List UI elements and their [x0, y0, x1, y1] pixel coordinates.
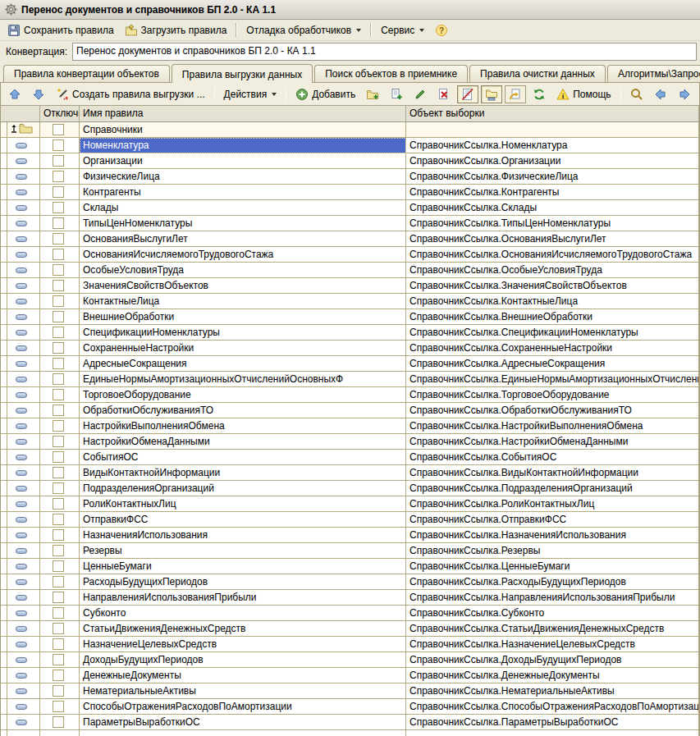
disable-checkbox[interactable] [53, 436, 64, 447]
rule-name-cell[interactable]: ПараметрыВыработкиОС [80, 715, 406, 730]
disable-checkbox[interactable] [53, 405, 64, 416]
rule-object-cell[interactable]: СправочникСсылка.НазначенияИспользования [406, 528, 699, 543]
rule-object-cell[interactable]: СправочникСсылка.ПодразделенияОрганизаци… [406, 481, 699, 496]
rule-name-cell[interactable]: НастройкиВыполненияОбмена [80, 418, 406, 434]
rule-object-cell[interactable]: СправочникСсылка.КонтактныеЛица [406, 294, 699, 309]
disable-checkbox[interactable] [53, 685, 64, 697]
rule-object-cell[interactable]: СправочникСсылка.СпособыОтраженияРасходо… [406, 699, 699, 715]
rule-object-cell[interactable]: СправочникСсылка.Организации [406, 153, 699, 169]
add-button[interactable]: Добавить [291, 85, 359, 103]
disable-checkbox[interactable] [53, 249, 64, 260]
rule-name-cell[interactable]: КонтактныеЛица [80, 294, 406, 309]
rule-object-cell[interactable]: СправочникСсылка.ВнешниеОбработки [406, 309, 699, 325]
tab-2[interactable]: Правила выгрузки данных [172, 64, 313, 83]
refresh-button[interactable] [528, 85, 550, 103]
save-rules-button[interactable]: Сохранить правила [3, 21, 118, 39]
rule-object-cell[interactable]: СправочникСсылка.ПараметрыВыработкиОС [406, 715, 699, 730]
disable-checkbox[interactable] [53, 654, 64, 665]
rule-name-cell[interactable]: НаправленияИспользованияПрибыли [80, 590, 406, 606]
disable-checkbox[interactable] [53, 358, 64, 369]
disable-checkbox[interactable] [53, 202, 64, 213]
copy-button[interactable] [386, 85, 407, 103]
rule-object-cell[interactable]: СправочникСсылка.АдресныеСокращения [406, 356, 699, 372]
rule-name-cell[interactable]: ЗначенияСвойствОбъектов [80, 278, 406, 294]
rule-name-cell[interactable]: ОснованияИсчисляемогоТрудовогоСтажа [80, 247, 406, 263]
rule-name-cell[interactable]: ДоходыБудущихПериодов [80, 652, 406, 668]
disable-checkbox[interactable] [53, 139, 64, 151]
rule-name-cell[interactable]: ОтправкиФСС [80, 512, 406, 528]
rule-name-cell[interactable]: ТипыЦенНоменклатуры [80, 216, 406, 231]
rule-object-cell[interactable]: СправочникСсылка.ОснованияИсчисляемогоТр… [406, 247, 699, 263]
rule-object-cell[interactable]: СправочникСсылка.ТорговоеОборудование [406, 387, 699, 403]
disable-checkbox[interactable] [53, 171, 64, 182]
disable-checkbox[interactable] [53, 311, 64, 322]
move-up-button[interactable] [4, 85, 25, 103]
disable-checkbox[interactable] [53, 498, 64, 510]
rule-name-cell[interactable]: ВнешниеОбработки [80, 309, 406, 325]
rule-object-cell[interactable]: СправочникСсылка.Субконто [406, 606, 699, 621]
search-button[interactable] [626, 85, 647, 103]
header-cell-disable[interactable]: Отключи... [40, 106, 80, 122]
rule-name-cell[interactable] [80, 730, 406, 736]
rule-object-cell[interactable]: СправочникСсылка.НастройкиВыполненияОбме… [406, 418, 699, 434]
disable-checkbox[interactable] [53, 529, 64, 541]
service-menu-button[interactable]: Сервис [377, 22, 428, 39]
debug-handlers-button[interactable]: Отладка обработчиков [242, 22, 365, 39]
rule-object-cell[interactable]: СправочникСсылка.Резервы [406, 543, 699, 559]
rule-object-cell[interactable]: СправочникСсылка.НаправленияИспользовани… [406, 590, 699, 606]
edit-button[interactable] [409, 85, 431, 103]
rule-object-cell[interactable]: СправочникСсылка.РасходыБудущихПериодов [406, 574, 699, 590]
rule-name-cell[interactable]: НазначениеЦелевыхСредств [80, 637, 406, 652]
rule-name-cell[interactable]: Субконто [80, 606, 406, 621]
rule-object-cell[interactable]: СправочникСсылка.ДоходыБудущихПериодов [406, 652, 699, 668]
rule-name-cell[interactable]: ВидыКонтактнойИнформации [80, 465, 406, 481]
rule-object-cell[interactable]: СправочникСсылка.ЗначенияСвойствОбъектов [406, 278, 699, 294]
rule-object-cell[interactable]: СправочникСсылка.Номенклатура [406, 138, 699, 153]
rule-name-cell[interactable]: ОсобыеУсловияТруда [80, 263, 406, 278]
rule-name-cell[interactable]: ОснованияВыслугиЛет [80, 231, 406, 247]
rule-name-cell[interactable]: ДенежныеДокументы [80, 668, 406, 683]
disable-checkbox[interactable] [53, 217, 64, 229]
move-down-button[interactable] [28, 85, 49, 103]
rule-object-cell[interactable]: СправочникСсылка.СпецификацииНоменклатур… [406, 325, 699, 341]
rule-object-cell[interactable]: СправочникСсылка.ТипыЦенНоменклатуры [406, 216, 699, 231]
rule-name-cell[interactable]: РолиКонтактныхЛиц [80, 496, 406, 512]
rule-name-cell[interactable]: СпецификацииНоменклатуры [80, 325, 406, 341]
disable-checkbox[interactable] [53, 670, 64, 681]
rule-name-cell[interactable]: Резервы [80, 543, 406, 559]
rule-name-cell[interactable]: НастройкиОбменаДанными [80, 434, 406, 450]
rule-object-cell[interactable]: СправочникСсылка.ОбработкиОбслуживанияТО [406, 403, 699, 418]
tab-5[interactable]: Алгоритмы\Запросы [607, 65, 700, 82]
disable-checkbox[interactable] [53, 233, 64, 245]
rule-name-cell[interactable]: Номенклатура [80, 138, 406, 153]
disable-checkbox[interactable] [53, 592, 64, 603]
rule-name-cell[interactable]: СпособыОтраженияРасходовПоАмортизации [80, 699, 406, 715]
rule-name-cell[interactable]: НематериальныеАктивы [80, 683, 406, 699]
show-groups-button[interactable] [481, 85, 502, 103]
load-rules-button[interactable]: Загрузить правила [121, 21, 231, 39]
rule-object-cell[interactable]: СправочникСсылка.Склады [406, 200, 699, 216]
disable-checkbox[interactable] [53, 482, 64, 494]
disable-checkbox[interactable] [53, 295, 64, 307]
tab-3[interactable]: Поиск объектов в приемнике [314, 65, 468, 82]
tab-1[interactable]: Правила конвертации объектов [3, 65, 170, 82]
disable-checkbox[interactable] [53, 514, 64, 525]
rule-name-cell[interactable]: РасходыБудущихПериодов [80, 574, 406, 590]
next-button[interactable] [674, 85, 695, 103]
rule-object-cell[interactable]: СправочникСсылка.ФизическиеЛица [406, 169, 699, 185]
disable-checkbox[interactable] [53, 638, 64, 650]
rule-object-cell[interactable]: СправочникСсылка.Контрагенты [406, 185, 699, 200]
rule-name-cell[interactable]: ОбработкиОбслуживанияТО [80, 403, 406, 418]
prev-button[interactable] [650, 85, 671, 103]
rule-name-cell[interactable]: АдресныеСокращения [80, 356, 406, 372]
rule-object-cell[interactable]: СправочникСсылка.ОснованияВыслугиЛет [406, 231, 699, 247]
rule-object-cell[interactable] [406, 122, 699, 138]
create-export-rules-button[interactable]: Создать правила выгрузки ... [52, 85, 209, 103]
rule-object-cell[interactable] [406, 730, 699, 736]
rule-name-cell[interactable]: ЕдиныеНормыАмортизационныхОтчисленийОсно… [80, 372, 406, 387]
rule-name-cell[interactable]: СобытияОС [80, 450, 406, 465]
rule-name-cell[interactable]: ТорговоеОборудование [80, 387, 406, 403]
disable-checkbox[interactable] [53, 420, 64, 432]
move-to-group-button[interactable] [505, 85, 526, 103]
rule-object-cell[interactable]: СправочникСсылка.НастройкиОбменаДанными [406, 434, 699, 450]
